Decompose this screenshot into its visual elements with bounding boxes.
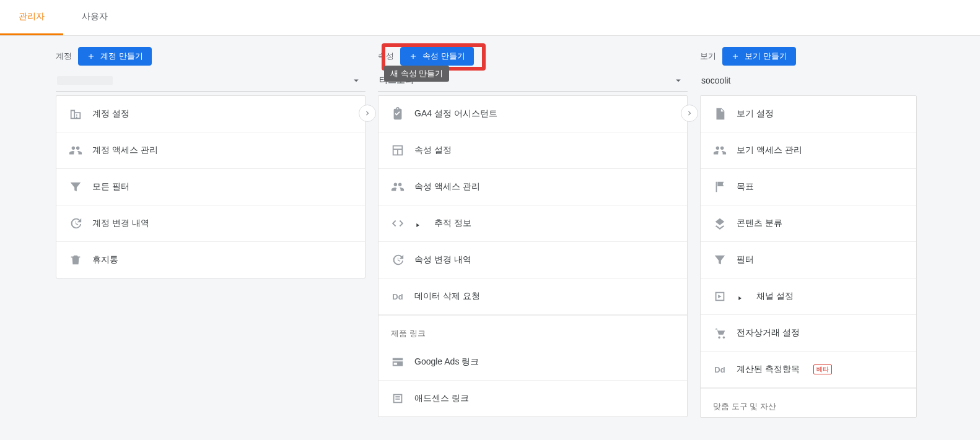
create-property-tooltip: 새 속성 만들기 [384, 66, 449, 82]
ga4-assistant-label: GA4 설정 어시스턴트 [414, 108, 497, 119]
dd-icon: Dd [391, 290, 405, 303]
cart-icon [713, 326, 727, 340]
adsense-link-row[interactable]: 애드센스 링크 [378, 381, 687, 416]
code-icon [391, 217, 405, 230]
users-icon [713, 144, 727, 157]
google-ads-link-label: Google Ads 링크 [414, 356, 479, 368]
account-selector-placeholder [57, 76, 113, 85]
tab-admin[interactable]: 관리자 [0, 0, 63, 35]
account-selector[interactable] [56, 69, 365, 92]
data-delete-label: 데이터 삭제 요청 [414, 291, 480, 302]
goals-label: 목표 [737, 181, 754, 192]
all-filters-row[interactable]: 모든 필터 [56, 169, 365, 205]
adsense-icon [391, 392, 405, 405]
users-icon [391, 180, 405, 194]
building-icon [69, 107, 82, 121]
all-filters-label: 모든 필터 [92, 181, 129, 192]
account-access-row[interactable]: 계정 액세스 관리 [56, 132, 365, 169]
channel-icon [713, 290, 727, 303]
ads-icon [391, 355, 405, 369]
account-card: 계정 설정 계정 액세스 관리 모든 필터 계정 변경 내역 휴지통 [56, 95, 365, 278]
admin-tabs: 관리자 사용자 [0, 0, 980, 36]
property-label: 속성 [378, 51, 394, 62]
account-access-label: 계정 액세스 관리 [92, 145, 158, 156]
google-ads-link-row[interactable]: Google Ads 링크 [378, 344, 687, 381]
account-history-label: 계정 변경 내역 [92, 218, 149, 229]
flag-icon [713, 180, 727, 194]
view-label: 보기 [700, 51, 716, 62]
view-settings-row[interactable]: 보기 설정 [701, 96, 916, 132]
view-access-label: 보기 액세스 관리 [737, 145, 802, 156]
plus-icon [731, 52, 740, 61]
data-delete-row[interactable]: Dd 데이터 삭제 요청 [378, 278, 687, 315]
channel-settings-row[interactable]: 채널 설정 [701, 278, 916, 315]
account-history-row[interactable]: 계정 변경 내역 [56, 205, 365, 242]
property-access-row[interactable]: 속성 액세스 관리 [378, 169, 687, 205]
expand-icon [414, 220, 421, 226]
view-filter-label: 필터 [737, 254, 754, 265]
tracking-info-label: 추적 정보 [434, 218, 471, 229]
tab-user[interactable]: 사용자 [63, 0, 126, 35]
view-selector[interactable]: socoolit [700, 69, 917, 92]
clipboard-check-icon [391, 107, 405, 121]
admin-columns: 계정 계정 만들기 계정 설정 계정 액세스 관리 [0, 36, 980, 436]
create-view-button[interactable]: 보기 만들기 [722, 47, 796, 66]
history-icon [69, 217, 82, 230]
property-forward-button[interactable] [681, 105, 698, 122]
view-settings-label: 보기 설정 [737, 108, 774, 119]
beta-badge: 베타 [813, 365, 832, 374]
custom-tools-heading: 맞춤 도구 및 자산 [701, 388, 916, 417]
account-forward-button[interactable] [359, 105, 376, 122]
calc-metrics-label: 계산된 측정항목 [737, 364, 800, 375]
dropdown-icon [673, 75, 684, 86]
goals-row[interactable]: 목표 [701, 169, 916, 205]
content-icon [713, 217, 727, 230]
plus-icon [87, 52, 95, 61]
view-access-row[interactable]: 보기 액세스 관리 [701, 132, 916, 169]
property-access-label: 속성 액세스 관리 [414, 181, 480, 192]
history-icon [391, 253, 405, 267]
property-settings-label: 속성 설정 [414, 145, 452, 156]
arrow-right-icon [685, 109, 694, 118]
ecommerce-row[interactable]: 전자상거래 설정 [701, 315, 916, 352]
arrow-right-icon [363, 109, 372, 118]
plus-icon [409, 52, 418, 61]
content-grouping-row[interactable]: 콘텐츠 분류 [701, 205, 916, 242]
view-header: 보기 보기 만들기 [700, 47, 917, 66]
calc-metrics-row[interactable]: Dd 계산된 측정항목 베타 [701, 352, 916, 388]
adsense-link-label: 애드센스 링크 [414, 393, 469, 404]
account-column: 계정 계정 만들기 계정 설정 계정 액세스 관리 [56, 47, 365, 278]
property-settings-row[interactable]: 속성 설정 [378, 132, 687, 169]
trash-label: 휴지통 [92, 254, 118, 265]
property-history-row[interactable]: 속성 변경 내역 [378, 242, 687, 278]
create-account-label: 계정 만들기 [100, 51, 143, 62]
account-settings-label: 계정 설정 [92, 108, 129, 119]
content-grouping-label: 콘텐츠 분류 [737, 218, 782, 229]
filter-icon [69, 180, 82, 194]
users-icon [69, 144, 82, 157]
property-column: 속성 속성 만들기 새 속성 만들기 티스토리 GA4 설정 어시스턴트 속성 … [378, 47, 688, 417]
view-filter-row[interactable]: 필터 [701, 242, 916, 278]
account-label: 계정 [56, 51, 72, 62]
ga4-assistant-row[interactable]: GA4 설정 어시스턴트 [378, 96, 687, 132]
trash-icon [69, 253, 82, 267]
tracking-info-row[interactable]: 추적 정보 [378, 205, 687, 242]
dropdown-icon [351, 75, 362, 86]
view-column: 보기 보기 만들기 socoolit 보기 설정 보기 액세스 관리 목표 [700, 47, 917, 418]
create-property-label: 속성 만들기 [422, 51, 465, 62]
create-property-button[interactable]: 속성 만들기 [400, 47, 474, 66]
create-view-label: 보기 만들기 [745, 51, 787, 62]
trash-row[interactable]: 휴지통 [56, 242, 365, 278]
channel-settings-label: 채널 설정 [756, 291, 794, 302]
product-links-heading: 제품 링크 [378, 315, 687, 344]
account-settings-row[interactable]: 계정 설정 [56, 96, 365, 132]
expand-icon [737, 293, 743, 300]
view-selector-value: socoolit [701, 75, 730, 85]
filter-icon [713, 253, 727, 267]
create-account-button[interactable]: 계정 만들기 [78, 47, 152, 66]
dd-icon: Dd [713, 363, 727, 376]
ecommerce-label: 전자상거래 설정 [737, 327, 800, 339]
property-header: 속성 속성 만들기 새 속성 만들기 [378, 47, 688, 66]
property-history-label: 속성 변경 내역 [414, 254, 471, 265]
page-icon [713, 107, 727, 121]
